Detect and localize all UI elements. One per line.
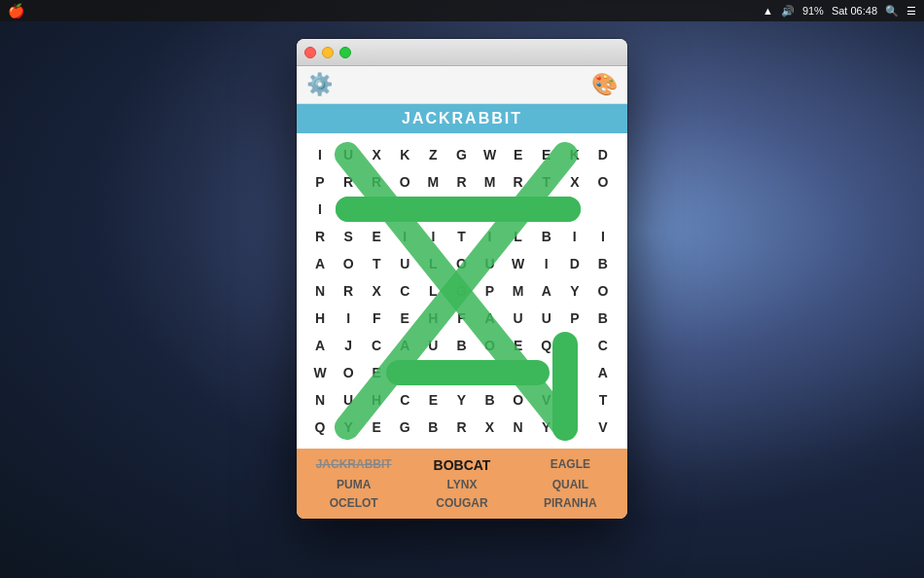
grid-cell[interactable]: P (561, 305, 588, 332)
grid-cell[interactable]: O (335, 250, 362, 277)
grid-cell[interactable]: M (561, 359, 588, 386)
grid-cell[interactable]: B (533, 196, 560, 223)
grid-cell[interactable]: R (335, 168, 362, 196)
grid-cell[interactable]: E (505, 332, 532, 359)
word-list-item[interactable]: OCELOT (302, 495, 405, 511)
grid-cell[interactable]: E (363, 414, 390, 441)
grid-cell[interactable]: H (419, 305, 446, 332)
grid-cell[interactable]: O (447, 250, 475, 277)
grid-cell[interactable]: N (306, 277, 334, 305)
grid-cell[interactable]: D (589, 141, 617, 168)
grid-cell[interactable]: S (335, 223, 362, 250)
grid-cell[interactable]: R (447, 168, 475, 196)
grid-cell[interactable]: R (447, 196, 475, 223)
grid-cell[interactable]: E (505, 141, 532, 168)
grid-cell[interactable]: W (505, 250, 532, 277)
grid-cell[interactable]: J (335, 332, 362, 359)
grid-cell[interactable]: T (589, 196, 617, 223)
grid-cell[interactable]: I (306, 196, 334, 223)
grid-cell[interactable]: Y (447, 386, 475, 414)
grid-cell[interactable]: G (447, 141, 475, 168)
grid-cell[interactable]: O (589, 168, 617, 196)
grid-cell[interactable]: I (391, 223, 418, 250)
grid-cell[interactable]: N (306, 386, 334, 414)
grid-cell[interactable]: C (363, 332, 390, 359)
grid-cell[interactable]: E (533, 141, 560, 168)
grid-cell[interactable]: U (335, 386, 362, 414)
grid-cell[interactable]: A (477, 305, 504, 332)
grid-cell[interactable]: A (589, 359, 617, 386)
grid-cell[interactable]: I (589, 223, 617, 250)
grid-cell[interactable]: A (363, 196, 390, 223)
grid-cell[interactable]: U (477, 250, 504, 277)
grid-cell[interactable]: O (477, 332, 504, 359)
grid-cell[interactable]: V (589, 414, 617, 441)
grid-cell[interactable]: T (447, 223, 475, 250)
grid-cell[interactable]: C (391, 277, 418, 305)
grid-cell[interactable]: R (335, 277, 362, 305)
word-list-item[interactable]: COUGAR (410, 495, 513, 511)
settings-icon[interactable]: ⚙️ (306, 72, 333, 97)
grid-cell[interactable]: A (306, 332, 334, 359)
grid-cell[interactable]: P (306, 168, 334, 196)
grid-cell[interactable]: Y (533, 414, 560, 441)
grid-cell[interactable]: U (533, 305, 560, 332)
grid-cell[interactable]: U (335, 141, 362, 168)
grid-cell[interactable]: X (363, 277, 390, 305)
menu-icon[interactable]: ☰ (906, 5, 916, 18)
grid-cell[interactable]: R (391, 359, 418, 386)
word-list-item[interactable]: BOBCAT (410, 456, 513, 474)
grid-cell[interactable]: A (561, 386, 588, 414)
grid-cell[interactable]: G (447, 359, 475, 386)
palette-icon[interactable]: 🎨 (591, 72, 618, 97)
grid-cell[interactable]: I (335, 305, 362, 332)
grid-cell[interactable]: R (363, 168, 390, 196)
grid-cell[interactable]: O (589, 277, 617, 305)
grid-cell[interactable]: U (561, 332, 588, 359)
search-icon[interactable]: 🔍 (885, 5, 899, 18)
word-list-item[interactable]: PIRANHA (519, 495, 622, 511)
grid-cell[interactable]: T (589, 386, 617, 414)
grid-cell[interactable]: I (419, 223, 446, 250)
grid-cell[interactable]: F (363, 305, 390, 332)
grid-cell[interactable]: T (533, 168, 560, 196)
grid-cell[interactable]: C (391, 196, 418, 223)
grid-cell[interactable]: A (306, 250, 334, 277)
grid-cell[interactable]: B (533, 223, 560, 250)
grid-cell[interactable]: L (419, 250, 446, 277)
grid-cell[interactable]: U (419, 332, 446, 359)
grid-cell[interactable]: U (391, 250, 418, 277)
grid-cell[interactable]: K (419, 196, 446, 223)
grid-cell[interactable]: R (447, 414, 475, 441)
maximize-button[interactable] (339, 47, 351, 58)
grid-cell[interactable]: Y (561, 277, 588, 305)
grid-cell[interactable]: B (589, 305, 617, 332)
grid-cell[interactable]: I (306, 141, 334, 168)
word-list-item[interactable]: PUMA (302, 477, 405, 492)
grid-cell[interactable]: Q (533, 332, 560, 359)
grid-cell[interactable]: F (447, 305, 475, 332)
grid-cell[interactable]: O (335, 359, 362, 386)
grid-cell[interactable]: X (363, 141, 390, 168)
grid-cell[interactable]: B (477, 386, 504, 414)
word-list-item[interactable]: EAGLE (519, 456, 622, 474)
word-list-item[interactable]: QUAIL (519, 477, 622, 492)
grid-cell[interactable]: Y (335, 414, 362, 441)
minimize-button[interactable] (322, 47, 334, 58)
grid-cell[interactable]: V (533, 386, 560, 414)
grid-cell[interactable]: U (505, 305, 532, 332)
grid-cell[interactable]: W (306, 359, 334, 386)
grid-cell[interactable]: H (363, 386, 390, 414)
grid-cell[interactable]: R (306, 223, 334, 250)
word-list-item[interactable]: LYNX (410, 477, 513, 492)
grid-cell[interactable]: Z (419, 141, 446, 168)
grid-cell[interactable]: O (391, 168, 418, 196)
grid-cell[interactable]: N (505, 414, 532, 441)
grid-cell[interactable]: K (391, 141, 418, 168)
grid-cell[interactable]: R (505, 168, 532, 196)
grid-cell[interactable]: B (589, 250, 617, 277)
grid-cell[interactable]: A (419, 359, 446, 386)
grid-cell[interactable]: B (419, 414, 446, 441)
grid-cell[interactable]: A (533, 277, 560, 305)
close-button[interactable] (304, 47, 316, 58)
